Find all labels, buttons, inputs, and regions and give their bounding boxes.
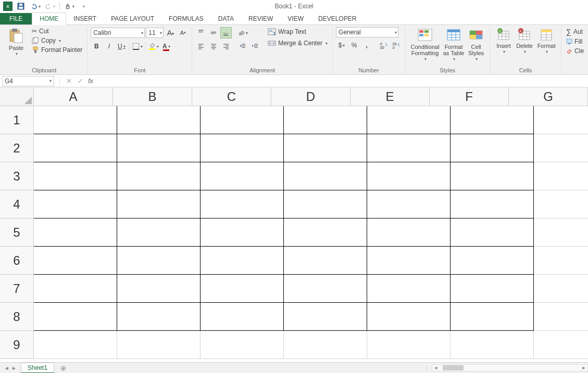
cell-A7[interactable]: [34, 275, 117, 303]
cell-E5[interactable]: [367, 218, 451, 247]
align-right-button[interactable]: [220, 41, 232, 52]
cell-E1[interactable]: [367, 106, 451, 134]
bold-button[interactable]: B: [91, 41, 102, 52]
copy-button[interactable]: Copy: [30, 36, 84, 45]
sheet-nav-next[interactable]: ►: [11, 365, 17, 371]
row-header-3[interactable]: 3: [0, 162, 34, 190]
cell-D9[interactable]: [284, 331, 367, 359]
tab-formulas[interactable]: FORMULAS: [161, 13, 211, 24]
orientation-button[interactable]: ab: [237, 27, 248, 38]
paste-button[interactable]: Paste: [4, 27, 28, 58]
cell-D1[interactable]: [284, 106, 367, 134]
tab-scroll-options[interactable]: ⋮: [423, 365, 429, 371]
format-as-table-button[interactable]: Format as Table: [442, 27, 466, 63]
align-top-button[interactable]: [195, 27, 207, 38]
fill-color-button[interactable]: [148, 41, 159, 52]
accounting-format-button[interactable]: $: [336, 40, 347, 51]
fill-button[interactable]: Fill: [565, 37, 584, 46]
align-bottom-button[interactable]: [220, 27, 232, 38]
cell-D5[interactable]: [284, 218, 367, 247]
tab-home[interactable]: HOME: [32, 12, 66, 25]
cell-C7[interactable]: [201, 275, 284, 303]
cut-button[interactable]: ✂Cut: [30, 27, 84, 35]
insert-cells-button[interactable]: + Insert: [493, 27, 514, 56]
tab-page-layout[interactable]: PAGE LAYOUT: [104, 13, 161, 24]
cell-G4[interactable]: [534, 190, 588, 218]
column-header-D[interactable]: D: [271, 87, 351, 106]
cell-F2[interactable]: [451, 134, 534, 162]
tab-data[interactable]: DATA: [211, 13, 241, 24]
tab-view[interactable]: VIEW: [280, 13, 311, 24]
scroll-left-button[interactable]: ◄: [432, 365, 440, 370]
tab-insert[interactable]: INSERT: [66, 13, 104, 24]
number-format-combo[interactable]: General: [336, 27, 398, 37]
row-header-5[interactable]: 5: [0, 218, 34, 247]
cell-B5[interactable]: [117, 218, 201, 247]
cell-B3[interactable]: [117, 162, 201, 190]
cell-A6[interactable]: [34, 247, 117, 275]
column-header-F[interactable]: F: [430, 87, 509, 106]
italic-button[interactable]: I: [103, 41, 115, 52]
select-all-corner[interactable]: [0, 87, 34, 106]
format-painter-button[interactable]: Format Painter: [30, 46, 84, 54]
row-header-7[interactable]: 7: [0, 275, 34, 303]
autosum-button[interactable]: ∑Aut: [565, 27, 584, 36]
new-sheet-button[interactable]: ⊕: [58, 364, 69, 372]
name-box[interactable]: G4: [2, 76, 54, 86]
touch-mode-button[interactable]: [63, 1, 76, 11]
scroll-thumb[interactable]: [443, 365, 464, 370]
cell-G5[interactable]: [534, 218, 588, 247]
horizontal-scrollbar[interactable]: ◄ ►: [432, 364, 588, 371]
cell-D7[interactable]: [284, 275, 367, 303]
cell-C3[interactable]: [201, 162, 284, 190]
cell-B6[interactable]: [117, 247, 201, 275]
percent-format-button[interactable]: %: [348, 40, 360, 51]
font-name-combo[interactable]: Calibri: [91, 28, 145, 38]
cell-E8[interactable]: [367, 303, 451, 331]
cell-G7[interactable]: [534, 275, 588, 303]
redo-button[interactable]: [44, 1, 56, 11]
cell-G3[interactable]: [534, 162, 588, 190]
cell-E6[interactable]: [367, 247, 451, 275]
sheet-nav-prev[interactable]: ◄: [4, 365, 9, 371]
cell-F9[interactable]: [451, 331, 534, 359]
cell-A9[interactable]: [34, 331, 117, 359]
cell-B9[interactable]: [117, 331, 201, 359]
cell-F3[interactable]: [451, 162, 534, 190]
decrease-decimal-button[interactable]: .00.0: [390, 40, 402, 51]
scroll-right-button[interactable]: ►: [580, 365, 587, 370]
increase-indent-button[interactable]: [249, 41, 261, 52]
font-size-combo[interactable]: 11: [146, 28, 164, 38]
cell-F1[interactable]: [451, 106, 534, 134]
cell-B2[interactable]: [117, 134, 201, 162]
enter-formula-button[interactable]: ✓: [74, 77, 86, 85]
cell-G8[interactable]: [534, 303, 588, 331]
cell-B7[interactable]: [117, 275, 201, 303]
decrease-indent-button[interactable]: [237, 41, 248, 52]
align-left-button[interactable]: [195, 41, 207, 52]
format-cells-button[interactable]: Format: [535, 27, 558, 56]
delete-cells-button[interactable]: × Delete: [514, 27, 535, 56]
comma-format-button[interactable]: ,: [361, 40, 372, 51]
cell-G2[interactable]: [534, 134, 588, 162]
cell-A1[interactable]: [34, 106, 117, 134]
cell-F6[interactable]: [451, 247, 534, 275]
row-header-6[interactable]: 6: [0, 247, 34, 275]
cell-A5[interactable]: [34, 218, 117, 247]
undo-button[interactable]: [29, 1, 42, 11]
cell-C9[interactable]: [201, 331, 284, 359]
underline-button[interactable]: U: [116, 41, 127, 52]
save-button[interactable]: [15, 1, 27, 11]
cell-B8[interactable]: [117, 303, 201, 331]
cell-E2[interactable]: [367, 134, 451, 162]
tab-review[interactable]: REVIEW: [241, 13, 280, 24]
cell-D2[interactable]: [284, 134, 367, 162]
row-header-1[interactable]: 1: [0, 106, 34, 134]
tab-file[interactable]: FILE: [0, 13, 32, 24]
tab-developer[interactable]: DEVELOPER: [311, 13, 364, 24]
shrink-font-button[interactable]: A▾: [177, 27, 189, 38]
cell-E7[interactable]: [367, 275, 451, 303]
fx-icon[interactable]: fx: [86, 77, 95, 85]
align-center-button[interactable]: [208, 41, 219, 52]
cell-A2[interactable]: [34, 134, 117, 162]
